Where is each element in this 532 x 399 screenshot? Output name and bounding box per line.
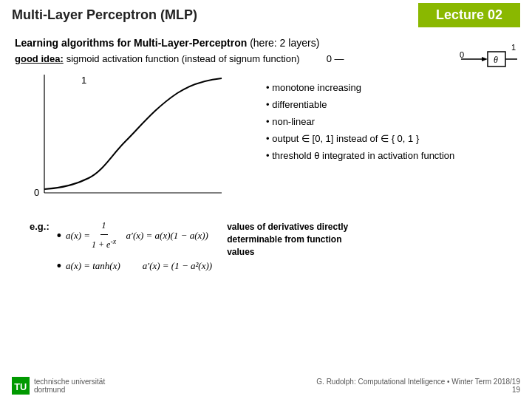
formulas-section: • a(x) = 1 1 + e-x a′(x) = a(x)(1 − a(x)… (57, 218, 212, 279)
eg-label: e.g.: (30, 218, 50, 279)
sigmoid-svg: 0 1 (15, 67, 251, 215)
svg-text:0: 0 (34, 187, 39, 198)
footer: TU technische universität dortmund G. Ru… (0, 377, 532, 395)
university-name: technische universität dortmund (34, 378, 105, 394)
formula-1-frac: 1 1 + e-x (92, 218, 116, 253)
heading-normal: (here: 2 layers) (250, 37, 319, 49)
svg-text:1: 1 (511, 44, 516, 52)
neuron-zero: 0 ― (327, 53, 344, 64)
footer-text: G. Rudolph: Computational Intelligence •… (316, 378, 520, 386)
formula-row-2: • a(x) = tanh(x) a′(x) = (1 − a²(x)) (57, 257, 212, 274)
formula-2-deriv: a′(x) = (1 − a²(x)) (143, 257, 212, 274)
bullet-threshold: • threshold θ integrated in activation f… (266, 150, 454, 161)
good-idea-text: sigmoid activation function (instead of … (66, 53, 300, 64)
good-idea-line: good idea: sigmoid activation function (… (15, 53, 517, 64)
svg-text:1: 1 (81, 75, 86, 86)
section-heading: Learning algorithms for Multi-Layer-Perc… (15, 37, 517, 49)
formula-2-lhs: a(x) = tanh(x) (66, 257, 120, 274)
neuron-svg: θ 0 1 (460, 44, 519, 89)
bullets-section: • monotone increasing • differentiable •… (266, 82, 454, 215)
bullet-dot-1: • (57, 229, 61, 242)
values-text: values of derivatives directly determina… (227, 221, 348, 279)
lecture-badge: Lecture 02 (418, 3, 520, 27)
bullet-differentiable: • differentiable (266, 99, 454, 110)
formula-row-1: • a(x) = 1 1 + e-x a′(x) = a(x)(1 − a(x)… (57, 218, 212, 253)
university-logo: TU (12, 377, 30, 395)
sigmoid-diagram: 0 1 (15, 67, 251, 215)
formula-1-deriv: a′(x) = a(x)(1 − a(x)) (126, 227, 208, 244)
svg-marker-5 (482, 57, 488, 61)
svg-text:TU: TU (14, 381, 27, 392)
svg-text:0: 0 (460, 50, 464, 59)
good-idea-label: good idea: (15, 53, 64, 64)
formula-1-lhs: a(x) = (66, 227, 90, 244)
bullet-nonlinear: • non-linear (266, 116, 454, 127)
svg-text:θ: θ (494, 55, 498, 65)
heading-bold: Learning algorithms for Multi-Layer-Perc… (15, 37, 247, 49)
footer-attribution: G. Rudolph: Computational Intelligence •… (316, 378, 520, 394)
page-title: Multi-Layer Perceptron (MLP) (12, 7, 197, 23)
bullet-output: • output ∈ [0, 1] instead of ∈ { 0, 1 } (266, 133, 454, 144)
bullet-dot-2: • (57, 259, 61, 273)
neuron-diagram: θ 0 1 (460, 44, 519, 89)
bullet-monotone: • monotone increasing (266, 82, 454, 93)
footer-logo: TU technische universität dortmund (12, 377, 105, 395)
page-number: 19 (316, 386, 520, 394)
eg-section: e.g.: • a(x) = 1 1 + e-x a′(x) = a(x)(1 … (15, 218, 517, 279)
